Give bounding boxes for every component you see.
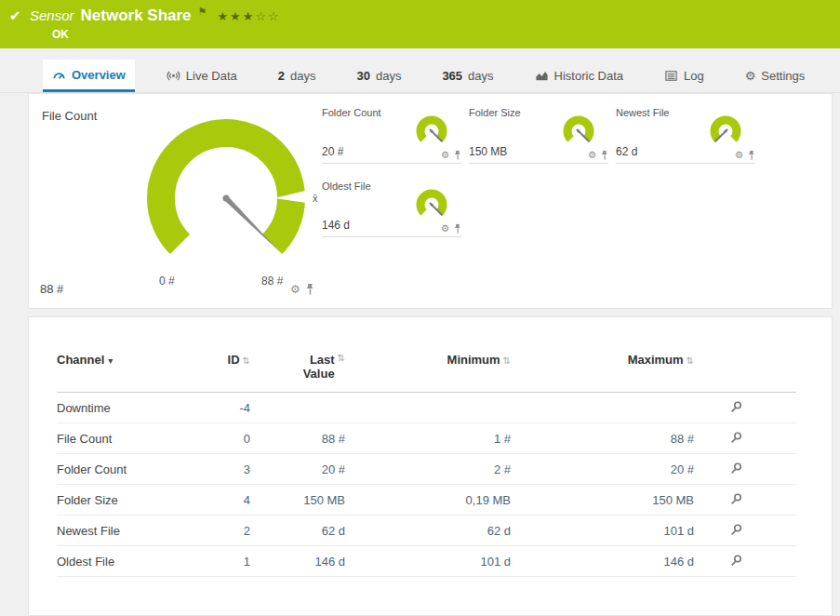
sensor-header: ✔ Sensor Network Share ⚑ ★★★☆☆ OK <box>0 0 840 48</box>
channel-minimum <box>345 393 511 423</box>
title-row: Sensor Network Share ⚑ ★★★☆☆ <box>30 7 281 25</box>
tab-log[interactable]: Log <box>655 60 713 92</box>
mini-gauge <box>556 114 597 152</box>
gauge-newest-file: Newest File 62 d ⚙ <box>616 105 755 164</box>
channel-minimum: 1 # <box>345 423 511 454</box>
column-label: Maximum <box>628 353 684 367</box>
gauge-controls: ⚙ <box>441 224 461 234</box>
channel-settings-icon[interactable] <box>729 554 742 567</box>
sort-icon: ⇅ <box>687 355 694 366</box>
channel-minimum: 62 d <box>345 516 511 546</box>
tab-label: Settings <box>761 69 805 83</box>
channel-settings-icon[interactable] <box>729 492 742 505</box>
gauge-value: 150 MB <box>469 145 507 158</box>
channel-settings-icon[interactable] <box>729 523 742 536</box>
channel-last-value: 62 d <box>250 516 345 546</box>
channel-name[interactable]: Folder Count <box>57 454 215 485</box>
sensor-title: Network Share <box>81 7 192 25</box>
status-badge: OK <box>52 28 69 41</box>
channel-last-value: 150 MB <box>250 485 345 516</box>
table-row: Folder Size 4 150 MB 0,19 MB 150 MB <box>57 485 796 516</box>
column-label: Last Value <box>292 353 335 381</box>
mini-gauge <box>409 114 450 152</box>
gauge-folder-size: Folder Size 150 MB ⚙ <box>469 105 608 164</box>
tab-settings[interactable]: ⚙ Settings <box>736 60 815 92</box>
tab-2-days[interactable]: 2 days <box>269 60 326 92</box>
channel-settings-icon[interactable] <box>729 462 742 475</box>
tab-live-data[interactable]: Live Data <box>157 60 247 92</box>
priority-star-rating[interactable]: ★★★☆☆ <box>217 9 280 23</box>
tab-num: 365 <box>442 69 462 83</box>
gauge-oldest-file: Oldest File 146 d ⚙ <box>322 179 461 237</box>
channel-id: 3 <box>215 454 250 485</box>
tab-label: Log <box>684 69 704 83</box>
tab-historic-data[interactable]: Historic Data <box>526 60 633 92</box>
column-label: ID <box>228 353 240 367</box>
channel-name[interactable]: Downtime <box>57 393 215 423</box>
channel-settings-icon[interactable] <box>729 400 742 413</box>
gear-icon[interactable]: ⚙ <box>441 151 449 160</box>
gauge-folder-count: Folder Count 20 # ⚙ <box>322 105 461 164</box>
sort-icon: ⇅ <box>338 353 345 363</box>
average-marker-label: x̄ <box>313 193 318 204</box>
table-header-row: Channel▾ ID⇅ Last Value⇅ Minimum⇅ Maximu… <box>57 351 796 393</box>
column-header-id[interactable]: ID⇅ <box>215 351 250 393</box>
column-header-last-value[interactable]: Last Value⇅ <box>250 351 345 393</box>
file-count-gauge: x̄ <box>136 107 327 286</box>
channel-maximum: 146 d <box>511 546 694 577</box>
pin-icon[interactable] <box>601 151 608 160</box>
pin-icon[interactable] <box>454 224 461 234</box>
tab-label: days <box>468 69 493 83</box>
gear-icon[interactable]: ⚙ <box>588 151 596 160</box>
channel-settings-icon[interactable] <box>729 431 742 444</box>
small-gauges-grid: Folder Count 20 # ⚙ Folder Size <box>322 105 755 237</box>
gauges-panel: File Count x̄ 0 # 88 # 88 # ⚙ Folder Cou… <box>28 93 833 309</box>
channel-id: -4 <box>215 393 250 423</box>
tab-overview[interactable]: Overview <box>43 60 135 92</box>
pin-icon[interactable] <box>306 284 314 295</box>
channel-id: 1 <box>215 546 250 577</box>
primary-gauge-title: File Count <box>42 109 97 123</box>
overview-icon <box>52 68 66 82</box>
gauge-needle <box>224 196 279 251</box>
live-data-icon <box>167 69 180 83</box>
gauge-scale-max: 88 # <box>261 275 283 288</box>
channel-name[interactable]: File Count <box>57 423 215 454</box>
gear-icon[interactable]: ⚙ <box>735 151 743 160</box>
channel-maximum <box>511 393 694 423</box>
gear-icon[interactable]: ⚙ <box>441 224 449 234</box>
channel-name[interactable]: Oldest File <box>57 546 215 577</box>
channels-panel: Channel▾ ID⇅ Last Value⇅ Minimum⇅ Maximu… <box>28 316 833 616</box>
gauge-controls: ⚙ <box>441 151 461 160</box>
object-kind-label: Sensor <box>30 7 74 23</box>
table-row: File Count 0 88 # 1 # 88 # <box>57 423 796 454</box>
column-label: Minimum <box>447 353 500 367</box>
channel-last-value: 20 # <box>250 454 345 485</box>
column-header-minimum[interactable]: Minimum⇅ <box>345 351 511 393</box>
gear-icon[interactable]: ⚙ <box>290 284 300 295</box>
tab-365-days[interactable]: 365 days <box>433 60 502 92</box>
pin-icon[interactable] <box>454 151 461 160</box>
tab-label: Historic Data <box>554 69 623 83</box>
channels-table: Channel▾ ID⇅ Last Value⇅ Minimum⇅ Maximu… <box>57 351 796 577</box>
tab-30-days[interactable]: 30 days <box>347 60 410 92</box>
channel-minimum: 0,19 MB <box>345 485 511 516</box>
column-header-channel[interactable]: Channel▾ <box>57 351 215 393</box>
priority-flag-icon[interactable]: ⚑ <box>198 6 207 18</box>
channel-last-value: 88 # <box>250 423 345 454</box>
gauge-scale-min: 0 # <box>159 275 175 288</box>
pin-icon[interactable] <box>748 151 755 160</box>
channel-name[interactable]: Newest File <box>57 516 215 546</box>
column-header-maximum[interactable]: Maximum⇅ <box>511 351 694 393</box>
channel-name[interactable]: Folder Size <box>57 485 215 516</box>
gauge-value: 62 d <box>616 145 637 158</box>
mini-gauge <box>703 114 744 152</box>
tab-num: 2 <box>278 69 285 83</box>
table-row: Downtime -4 <box>57 393 796 423</box>
channel-maximum: 88 # <box>511 423 694 454</box>
channel-maximum: 20 # <box>511 454 694 485</box>
channel-minimum: 101 d <box>345 546 511 577</box>
tab-num: 30 <box>356 69 369 83</box>
primary-gauge-controls: ⚙ <box>290 284 314 295</box>
channel-id: 0 <box>215 423 250 454</box>
